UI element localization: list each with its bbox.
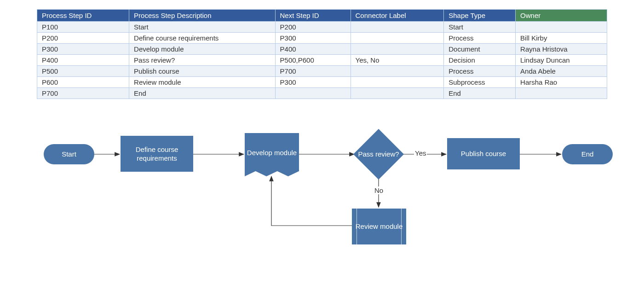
- table-row: P300 Develop module P400 Document Rayna …: [37, 44, 607, 55]
- table-row: P500 Publish course P700 Process Anda Ab…: [37, 66, 607, 77]
- flowchart: Start Define course requirements Develop…: [0, 127, 644, 260]
- col-next-step-id: Next Step ID: [275, 10, 351, 22]
- table-row: P200 Define course requirements P300 Pro…: [37, 33, 607, 44]
- shape-review-module: Review module: [352, 209, 406, 244]
- shape-pass-review: Pass review?: [354, 129, 403, 179]
- process-table: Process Step ID Process Step Description…: [37, 9, 607, 99]
- flowchart-arrows: [0, 127, 644, 260]
- shape-start: Start: [44, 144, 94, 164]
- shape-publish-course: Publish course: [447, 138, 520, 169]
- col-process-step-desc: Process Step Description: [129, 10, 275, 22]
- connector-label-yes: Yes: [414, 149, 427, 157]
- col-owner: Owner: [516, 10, 607, 22]
- col-process-step-id: Process Step ID: [37, 10, 129, 22]
- connector-label-no: No: [374, 186, 384, 194]
- table-row: P700 End End: [37, 88, 607, 99]
- table-row: P400 Pass review? P500,P600 Yes, No Deci…: [37, 55, 607, 66]
- col-shape-type: Shape Type: [444, 10, 516, 22]
- shape-define-course: Define course requirements: [121, 136, 193, 172]
- table-row: P600 Review module P300 Subprocess Harsh…: [37, 77, 607, 88]
- shape-develop-module: Develop module: [245, 133, 299, 176]
- table-row: P100 Start P200 Start: [37, 22, 607, 33]
- shape-end: End: [562, 144, 613, 164]
- col-connector-label: Connector Label: [351, 10, 444, 22]
